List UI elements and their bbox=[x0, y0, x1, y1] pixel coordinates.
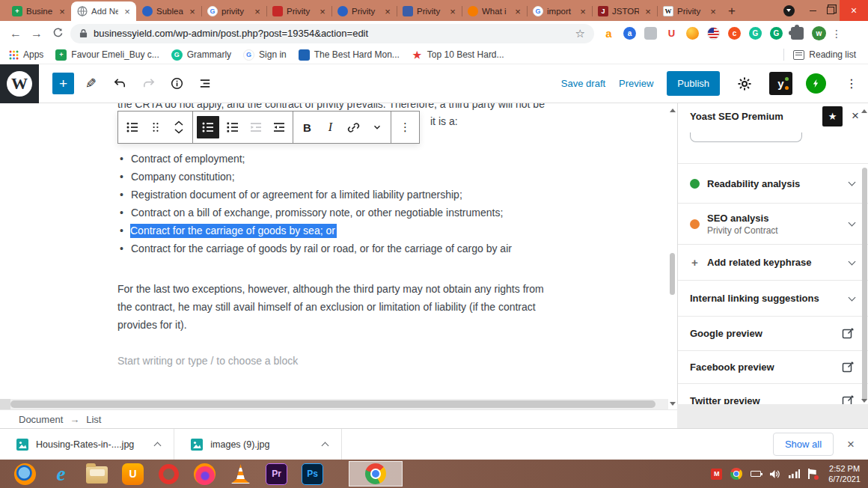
block-placeholder[interactable]: Start writing or type / to choose a bloc… bbox=[117, 355, 298, 367]
tab-privity-blue[interactable]: Privity bbox=[331, 1, 397, 21]
yoast-seo-icon[interactable]: y bbox=[769, 72, 792, 95]
list-item-selected[interactable]: Contract for the carriage of goods by se… bbox=[117, 222, 512, 240]
bookmark-grammarly[interactable]: G Grammarly bbox=[171, 49, 231, 61]
uc-browser-icon[interactable]: U bbox=[122, 463, 144, 485]
preview-button[interactable]: Preview bbox=[619, 78, 653, 89]
breadcrumb-document[interactable]: Document bbox=[19, 414, 63, 425]
citation-extension-icon[interactable]: c bbox=[728, 27, 741, 40]
tab-close-icon[interactable] bbox=[252, 6, 263, 17]
gray-extension-icon[interactable] bbox=[644, 27, 657, 40]
editor-canvas[interactable]: the CRTA do not apply, and the contract … bbox=[0, 103, 668, 399]
keyphrase-input-partial[interactable] bbox=[690, 132, 802, 142]
redo-icon[interactable] bbox=[137, 73, 159, 95]
bookmark-top-10[interactable]: Top 10 Best Hard... bbox=[412, 49, 504, 61]
chrome-tray-icon[interactable] bbox=[730, 468, 742, 480]
block-mover-icon[interactable] bbox=[167, 112, 190, 143]
chevron-up-icon[interactable] bbox=[321, 442, 328, 449]
extensions-puzzle-icon[interactable] bbox=[791, 27, 804, 40]
add-block-button[interactable] bbox=[52, 73, 74, 94]
volume-icon[interactable] bbox=[769, 469, 780, 479]
bookmark-star-icon[interactable] bbox=[575, 27, 585, 40]
scroll-down-arrow-icon[interactable] bbox=[861, 399, 867, 403]
tab-close-icon[interactable] bbox=[643, 6, 653, 17]
back-icon[interactable] bbox=[7, 25, 24, 42]
save-draft-button[interactable]: Save draft bbox=[561, 78, 605, 89]
action-center-flag-icon[interactable] bbox=[808, 469, 817, 479]
publish-button[interactable]: Publish bbox=[667, 71, 720, 96]
undo-icon[interactable] bbox=[109, 73, 131, 95]
ordered-list-icon[interactable] bbox=[221, 112, 244, 143]
list-item[interactable]: Contract of employment; bbox=[117, 150, 512, 168]
minimize-button[interactable] bbox=[804, 0, 822, 21]
close-window-button[interactable] bbox=[840, 0, 868, 21]
scroll-up-arrow-icon[interactable] bbox=[670, 109, 676, 112]
paragraph-block[interactable]: For the last two exceptions, however, al… bbox=[117, 280, 544, 334]
refresh-icon[interactable] bbox=[49, 25, 66, 42]
tab-sublease[interactable]: Sublea bbox=[136, 1, 201, 21]
tab-privity-red[interactable]: Privity bbox=[266, 1, 331, 21]
tab-what-is[interactable]: What i bbox=[462, 1, 527, 21]
more-options-icon[interactable] bbox=[846, 73, 858, 95]
tab-close-icon[interactable] bbox=[578, 6, 588, 17]
tab-close-icon[interactable] bbox=[382, 6, 393, 17]
edit-preview-icon[interactable] bbox=[842, 327, 855, 340]
media-controls-icon[interactable] bbox=[783, 5, 795, 16]
profile-avatar[interactable]: w bbox=[812, 26, 826, 40]
tab-jstor[interactable]: J JSTOR bbox=[592, 1, 657, 21]
list-item[interactable]: Registration document of or agreement fo… bbox=[117, 186, 512, 204]
indent-icon[interactable] bbox=[267, 112, 290, 143]
new-tab-button[interactable] bbox=[722, 1, 742, 21]
unordered-list-icon[interactable] bbox=[197, 116, 219, 138]
download-item-images-9[interactable]: images (9).jpg bbox=[174, 429, 341, 460]
opera-icon[interactable] bbox=[158, 463, 180, 485]
scroll-left-button[interactable] bbox=[0, 399, 10, 409]
boost-lightning-icon[interactable] bbox=[806, 73, 826, 94]
file-manager-icon[interactable] bbox=[86, 463, 108, 485]
bookmark-best-hard[interactable]: The Best Hard Mon... bbox=[299, 49, 400, 61]
editor-horizontal-scrollbar[interactable] bbox=[0, 399, 668, 409]
link-icon[interactable] bbox=[342, 112, 365, 143]
settings-gear-icon[interactable] bbox=[733, 73, 756, 95]
outdent-icon[interactable] bbox=[244, 112, 267, 143]
scroll-up-arrow-icon[interactable] bbox=[861, 109, 867, 113]
chrome-taskbar-button-active[interactable] bbox=[349, 461, 403, 487]
list-block-type-icon[interactable] bbox=[120, 112, 144, 143]
list-view-icon[interactable] bbox=[194, 73, 216, 95]
sidebar-close-icon[interactable] bbox=[852, 109, 859, 123]
list-item[interactable]: Contract for the carriage of goods by ra… bbox=[117, 240, 512, 257]
forward-icon[interactable] bbox=[28, 25, 45, 42]
download-item-housing-rates[interactable]: Housing-Rates-in-....jpg bbox=[0, 429, 174, 460]
list-item[interactable]: Company constitution; bbox=[117, 168, 512, 186]
bold-button[interactable]: B bbox=[296, 112, 319, 143]
firefox-icon[interactable] bbox=[194, 463, 216, 485]
url-omnibox[interactable]: businessyield.com/wp-admin/post.php?post… bbox=[70, 24, 594, 43]
a-circle-extension-icon[interactable]: a bbox=[623, 27, 636, 40]
tab-businessyield[interactable]: + Busine bbox=[6, 1, 71, 21]
chevron-down-icon[interactable] bbox=[849, 179, 856, 186]
internet-explorer-icon[interactable]: e bbox=[50, 463, 72, 485]
add-related-keyphrase-section[interactable]: Add related keyphrase bbox=[678, 244, 868, 280]
tab-close-icon[interactable] bbox=[57, 6, 67, 17]
us-flag-extension-icon[interactable] bbox=[707, 27, 720, 40]
show-all-button[interactable]: Show all bbox=[773, 433, 834, 456]
sidebar-scrollbar[interactable] bbox=[861, 103, 868, 404]
wordpress-logo[interactable]: W bbox=[0, 64, 39, 103]
tab-close-icon[interactable] bbox=[122, 6, 132, 17]
list-block[interactable]: Contract of employment; Company constitu… bbox=[117, 150, 512, 257]
tab-add-new-post-active[interactable]: Add Ne bbox=[71, 1, 136, 21]
tab-privity-wikipedia[interactable]: W Privity bbox=[657, 1, 722, 21]
apps-shortcut[interactable]: Apps bbox=[9, 49, 43, 60]
readability-analysis-section[interactable]: Readability analysis bbox=[678, 163, 868, 203]
firefox-old-icon[interactable] bbox=[14, 463, 36, 485]
chevron-up-icon[interactable] bbox=[154, 442, 162, 449]
tab-close-icon[interactable] bbox=[317, 6, 328, 17]
scroll-down-arrow-icon[interactable] bbox=[670, 402, 676, 406]
list-item[interactable]: Contract on a bill of exchange, promisso… bbox=[117, 204, 512, 222]
pin-star-button[interactable] bbox=[822, 106, 843, 126]
tab-privity-square[interactable]: Privity bbox=[397, 1, 462, 21]
chrome-menu-icon[interactable] bbox=[831, 28, 843, 40]
tab-close-icon[interactable] bbox=[513, 6, 523, 17]
taskbar-clock[interactable]: 2:52 PM 6/7/2021 bbox=[828, 463, 861, 484]
tab-privity-search[interactable]: G privity bbox=[201, 1, 266, 21]
tab-close-icon[interactable] bbox=[447, 6, 458, 17]
